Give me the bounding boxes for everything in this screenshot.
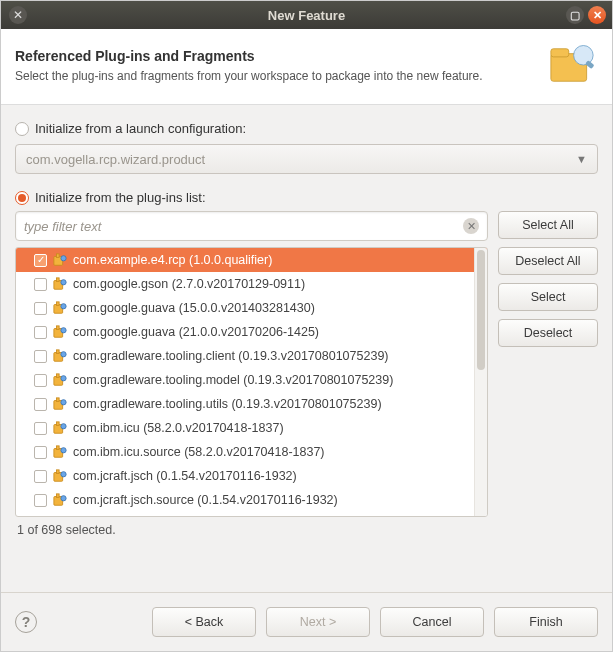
- svg-rect-14: [57, 326, 60, 330]
- svg-rect-29: [57, 446, 60, 450]
- filter-input[interactable]: type filter text ✕: [15, 211, 488, 241]
- plugin-name: com.jcraft.jsch (0.1.54.v20170116-1932): [73, 469, 297, 483]
- svg-rect-5: [57, 254, 60, 258]
- svg-point-18: [61, 352, 66, 357]
- plugin-name: com.google.guava (15.0.0.v201403281430): [73, 301, 315, 315]
- checkbox[interactable]: [34, 350, 47, 363]
- plugin-icon: [53, 253, 67, 267]
- svg-rect-32: [57, 470, 60, 474]
- checkbox[interactable]: [34, 494, 47, 507]
- svg-point-30: [61, 448, 66, 453]
- deselect-all-button[interactable]: Deselect All: [498, 247, 598, 275]
- scrollbar[interactable]: [474, 248, 487, 516]
- list-item[interactable]: com.gradleware.tooling.utils (0.19.3.v20…: [16, 392, 487, 416]
- chevron-down-icon: ▼: [576, 153, 587, 165]
- svg-rect-11: [57, 302, 60, 306]
- plugin-icon: [53, 397, 67, 411]
- plugin-icon: [53, 493, 67, 507]
- list-item[interactable]: com.ibm.icu (58.2.0.v20170418-1837): [16, 416, 487, 440]
- checkbox[interactable]: [34, 278, 47, 291]
- checkbox[interactable]: [34, 326, 47, 339]
- svg-rect-8: [57, 278, 60, 282]
- checkbox[interactable]: [34, 422, 47, 435]
- filter-and-buttons: type filter text ✕ com.example.e4.rcp (1…: [15, 211, 598, 517]
- plugin-icon: [53, 349, 67, 363]
- list-item[interactable]: com.ibm.icu.source (58.2.0.v20170418-183…: [16, 440, 487, 464]
- svg-rect-23: [57, 398, 60, 402]
- plugin-icon: [53, 373, 67, 387]
- list-item[interactable]: com.google.guava (21.0.0.v20170206-1425): [16, 320, 487, 344]
- svg-point-15: [61, 328, 66, 333]
- plugin-icon: [53, 277, 67, 291]
- svg-rect-1: [551, 49, 569, 57]
- wizard-footer: ? < Back Next > Cancel Finish: [1, 592, 612, 651]
- plugin-name: com.ibm.icu.source (58.2.0.v20170418-183…: [73, 445, 325, 459]
- filter-placeholder: type filter text: [24, 219, 457, 234]
- feature-box-icon: [546, 39, 598, 94]
- checkbox[interactable]: [34, 302, 47, 315]
- svg-point-33: [61, 472, 66, 477]
- radio-launch-config[interactable]: Initialize from a launch configuration:: [15, 121, 598, 136]
- header-text: Referenced Plug-ins and Fragments Select…: [15, 48, 534, 84]
- titlebar-menu-icon[interactable]: ✕: [9, 6, 27, 24]
- svg-rect-20: [57, 374, 60, 378]
- scrollbar-thumb[interactable]: [477, 250, 485, 370]
- radio-plugins-list[interactable]: Initialize from the plug-ins list:: [15, 190, 598, 205]
- clear-icon[interactable]: ✕: [463, 218, 479, 234]
- window-title: New Feature: [1, 8, 612, 23]
- list-item[interactable]: com.jcraft.jsch (0.1.54.v20170116-1932): [16, 464, 487, 488]
- plugin-icon: [53, 445, 67, 459]
- list-item[interactable]: com.gradleware.tooling.client (0.19.3.v2…: [16, 344, 487, 368]
- titlebar[interactable]: ✕ New Feature ▢ ✕: [1, 1, 612, 29]
- launch-config-combo[interactable]: com.vogella.rcp.wizard.product ▼: [15, 144, 598, 174]
- checkbox[interactable]: [34, 470, 47, 483]
- checkbox[interactable]: [34, 374, 47, 387]
- radio-icon: [15, 122, 29, 136]
- svg-point-21: [61, 376, 66, 381]
- list-item[interactable]: com.jcraft.jsch.source (0.1.54.v20170116…: [16, 488, 487, 512]
- svg-rect-17: [57, 350, 60, 354]
- svg-point-24: [61, 400, 66, 405]
- plugin-icon: [53, 421, 67, 435]
- back-button[interactable]: < Back: [152, 607, 256, 637]
- checkbox[interactable]: [34, 254, 47, 267]
- svg-rect-35: [57, 494, 60, 498]
- checkbox[interactable]: [34, 446, 47, 459]
- list-item[interactable]: com.google.gson (2.7.0.v20170129-0911): [16, 272, 487, 296]
- checkbox[interactable]: [34, 398, 47, 411]
- svg-point-9: [61, 280, 66, 285]
- side-buttons: Select All Deselect All Select Deselect: [498, 211, 598, 347]
- page-title: Referenced Plug-ins and Fragments: [15, 48, 534, 64]
- list-item[interactable]: com.google.guava (15.0.0.v201403281430): [16, 296, 487, 320]
- svg-rect-26: [57, 422, 60, 426]
- plugin-name: com.gradleware.tooling.client (0.19.3.v2…: [73, 349, 389, 363]
- next-button: Next >: [266, 607, 370, 637]
- radio-launch-label: Initialize from a launch configuration:: [35, 121, 246, 136]
- finish-button[interactable]: Finish: [494, 607, 598, 637]
- wizard-header: Referenced Plug-ins and Fragments Select…: [1, 29, 612, 105]
- svg-point-12: [61, 304, 66, 309]
- help-icon[interactable]: ?: [15, 611, 37, 633]
- svg-point-27: [61, 424, 66, 429]
- page-description: Select the plug-ins and fragments from y…: [15, 68, 534, 84]
- list-item[interactable]: com.gradleware.tooling.model (0.19.3.v20…: [16, 368, 487, 392]
- select-all-button[interactable]: Select All: [498, 211, 598, 239]
- maximize-icon[interactable]: ▢: [566, 6, 584, 24]
- plugin-name: com.gradleware.tooling.model (0.19.3.v20…: [73, 373, 393, 387]
- deselect-button[interactable]: Deselect: [498, 319, 598, 347]
- close-icon[interactable]: ✕: [588, 6, 606, 24]
- plugin-icon: [53, 325, 67, 339]
- select-button[interactable]: Select: [498, 283, 598, 311]
- svg-point-36: [61, 496, 66, 501]
- plugin-name: com.example.e4.rcp (1.0.0.qualifier): [73, 253, 272, 267]
- list-item[interactable]: com.sun.el (2.2.0.v201303151357): [16, 512, 487, 516]
- plugin-name: com.google.gson (2.7.0.v20170129-0911): [73, 277, 305, 291]
- cancel-button[interactable]: Cancel: [380, 607, 484, 637]
- svg-point-6: [61, 256, 66, 261]
- content-area: Initialize from a launch configuration: …: [1, 105, 612, 592]
- launch-config-value: com.vogella.rcp.wizard.product: [26, 152, 205, 167]
- list-item[interactable]: com.example.e4.rcp (1.0.0.qualifier): [16, 248, 487, 272]
- plugin-name: com.google.guava (21.0.0.v20170206-1425): [73, 325, 319, 339]
- plugin-list[interactable]: com.example.e4.rcp (1.0.0.qualifier)com.…: [15, 247, 488, 517]
- radio-icon: [15, 191, 29, 205]
